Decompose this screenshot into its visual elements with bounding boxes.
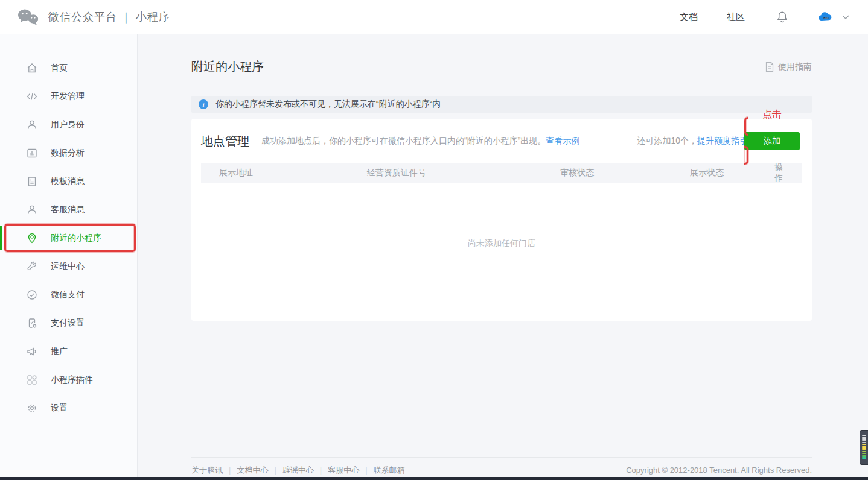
sidebar-item-nearby-miniprogram[interactable]: 附近的小程序 <box>0 224 137 252</box>
notice-banner: i 你的小程序暂未发布或不可见，无法展示在“附近的小程序“内 <box>191 96 812 113</box>
top-nav: 文档 社区 Cloud <box>651 10 850 24</box>
section-description: 成功添加地点后，你的小程序可在微信小程序入口内的“附近的小程序”出现。查看示例 <box>261 136 579 147</box>
sidebar-item-settings[interactable]: 设置 <box>0 394 137 422</box>
top-header: 微信公众平台 ｜ 小程序 文档 社区 Cloud <box>0 0 868 34</box>
payment-gear-icon <box>25 317 39 330</box>
sidebar-item-template-message[interactable]: 模板消息 <box>0 167 137 195</box>
home-icon <box>25 62 39 75</box>
gear-icon <box>25 402 39 415</box>
table-empty-state: 尚未添加任何门店 <box>201 183 802 303</box>
notice-text: 你的小程序暂未发布或不可见，无法展示在“附近的小程序“内 <box>215 99 441 110</box>
col-display-address: 展示地址 <box>201 168 367 178</box>
user-icon <box>25 118 39 131</box>
activity-widget-stripes <box>861 435 867 459</box>
sidebar-item-payment-settings[interactable]: 支付设置 <box>0 309 137 337</box>
table-header-row: 展示地址 经营资质证件号 审核状态 展示状态 操作 <box>201 163 802 183</box>
sidebar-item-dev-management[interactable]: 开发管理 <box>0 82 137 110</box>
page-title: 附近的小程序 <box>191 58 264 75</box>
add-location-button[interactable]: 添加 <box>744 132 800 150</box>
footer-links: 关于腾讯| 文档中心| 辟谣中心| 客服中心| 联系邮箱 <box>191 465 405 476</box>
sidebar-item-miniprogram-plugin[interactable]: 小程序插件 <box>0 365 137 394</box>
code-icon <box>25 90 39 103</box>
sidebar-item-wechat-pay[interactable]: 微信支付 <box>0 280 137 309</box>
wechat-logo-icon <box>16 7 40 27</box>
sidebar-item-promotion[interactable]: 推广 <box>0 337 137 365</box>
cloud-avatar: Cloud <box>817 11 833 23</box>
activity-widget[interactable] <box>860 430 868 465</box>
col-actions: 操作 <box>768 162 802 184</box>
sidebar: 首页 开发管理 用户身份 <box>0 34 138 480</box>
footer-link-support[interactable]: 客服中心 <box>328 465 359 476</box>
footer-link-contact[interactable]: 联系邮箱 <box>374 465 405 476</box>
location-management-card: 地点管理 成功添加地点后，你的小程序可在微信小程序入口内的“附近的小程序”出现。… <box>191 119 812 321</box>
sidebar-item-customer-service-message[interactable]: 客服消息 <box>0 195 137 224</box>
wechat-pay-icon <box>25 288 39 302</box>
footer-link-docs[interactable]: 文档中心 <box>237 465 268 476</box>
sidebar-item-home[interactable]: 首页 <box>0 54 137 82</box>
section-title: 地点管理 <box>201 133 249 150</box>
bell-icon[interactable] <box>776 10 788 24</box>
footer-link-rumor[interactable]: 辟谣中心 <box>282 465 314 476</box>
template-doc-icon <box>25 175 39 188</box>
plugin-blocks-icon <box>25 373 39 387</box>
nav-community-link[interactable]: 社区 <box>727 11 745 23</box>
main-content: 附近的小程序 使用指南 i 你的小程序暂未发布或不可见，无法展示在“附近的小程序… <box>138 34 868 480</box>
sidebar-item-ops-center[interactable]: 运维中心 <box>0 252 137 280</box>
empty-text: 尚未添加任何门店 <box>468 238 535 303</box>
location-pin-icon <box>25 232 39 245</box>
view-example-link[interactable]: 查看示例 <box>546 136 579 145</box>
brand[interactable]: 微信公众平台 ｜ 小程序 <box>16 7 170 27</box>
customer-service-icon <box>25 203 39 216</box>
nav-docs-link[interactable]: 文档 <box>680 11 698 23</box>
svg-text:Cloud: Cloud <box>823 17 828 19</box>
annotation-box-button: 添加 <box>744 117 800 165</box>
chevron-down-icon <box>841 14 850 20</box>
info-icon: i <box>199 99 208 109</box>
footer-link-about[interactable]: 关于腾讯 <box>191 465 223 476</box>
sidebar-item-data-analysis[interactable]: 数据分析 <box>0 139 137 167</box>
taskbar-edge <box>0 477 868 480</box>
col-review-status: 审核状态 <box>560 168 690 178</box>
copyright: Copyright © 2012-2018 Tencent. All Right… <box>626 466 812 475</box>
annotation-click-label: 点击 <box>762 109 782 121</box>
guide-doc-icon <box>765 62 774 72</box>
selected-indicator <box>0 226 2 250</box>
col-display-status: 展示状态 <box>690 168 768 178</box>
locations-table: 展示地址 经营资质证件号 审核状态 展示状态 操作 尚未添加任何门店 <box>201 163 802 303</box>
quota-guide-link[interactable]: 提升额度指引 <box>697 136 748 145</box>
brand-title: 微信公众平台 ｜ 小程序 <box>48 10 170 24</box>
sidebar-item-user-identity[interactable]: 用户身份 <box>0 110 137 139</box>
bar-chart-icon <box>25 147 39 160</box>
megaphone-icon <box>25 345 39 358</box>
usage-guide-link[interactable]: 使用指南 <box>765 62 812 72</box>
account-menu[interactable]: Cloud <box>817 11 850 23</box>
col-license-number: 经营资质证件号 <box>367 168 560 178</box>
quota-info: 还可添加10个，提升额度指引 <box>637 136 748 147</box>
wrench-icon <box>25 260 39 273</box>
